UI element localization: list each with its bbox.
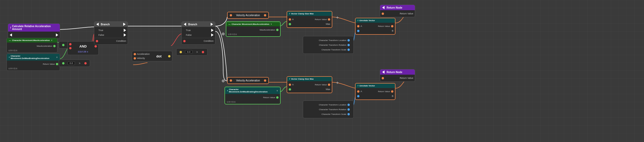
comp3-value[interactable]: 0.0	[185, 50, 192, 54]
char-move-max-subtext-left: 创事件图表	[7, 49, 57, 52]
vclamp-max-pin-top[interactable]	[289, 23, 291, 25]
branch1-title: Branch	[101, 23, 110, 26]
vclamp-max-pin-bottom[interactable]	[289, 88, 291, 91]
char-transform-node-bottom: Character Transform Location Character T…	[303, 100, 354, 118]
max-accel-pin-tr[interactable]	[276, 29, 279, 31]
vclamp-return-pin-bottom[interactable]	[328, 84, 330, 86]
dropdown-tr[interactable]: ∨	[270, 23, 272, 25]
vel-accel-out-top[interactable]	[264, 14, 266, 16]
branch2-exec-in[interactable]	[184, 23, 186, 26]
vclamp-a-pin-top[interactable]	[289, 18, 291, 21]
ct-rotation-label-bottom: Character Transform Rotation	[319, 108, 346, 111]
return-value-label-top: Return Value	[400, 12, 413, 15]
vel-accel-in-top[interactable]	[230, 14, 232, 16]
comp3-out-pin[interactable]	[202, 51, 204, 53]
return-exec-in-top[interactable]	[382, 6, 385, 9]
func-icon-vclamp-bottom: f	[289, 78, 290, 80]
unrotate-return-label-top: Return Value	[378, 25, 390, 27]
branch1-exec-out[interactable]	[123, 23, 126, 26]
ct-rotation-row-top: Character Transform Rotation	[305, 43, 351, 47]
branch2-header: Branch	[182, 22, 215, 27]
unrotate-b-label-top: B	[392, 29, 393, 32]
branch1-true-pin[interactable]	[124, 29, 126, 32]
ct-location-label-bottom: Character Transform Location	[319, 104, 346, 106]
unrotate-return-pin-top[interactable]	[391, 25, 393, 27]
brake-pin-br[interactable]	[276, 96, 279, 99]
ct-location-pin-bottom[interactable]	[347, 104, 350, 106]
unrotate-return-pin-bottom[interactable]	[391, 90, 393, 93]
char-move-max-icon-tr: —	[228, 23, 231, 25]
dot-vel-pin[interactable]	[134, 57, 136, 60]
dot-node: Acceleration Velocity dot	[132, 51, 172, 61]
comp2-out-pin[interactable]	[84, 62, 87, 64]
vector-clamp-node-top: f Vector Clamp Size Max A Return Value M…	[287, 11, 332, 28]
branch2-true-row: True	[182, 28, 215, 33]
return-value-label-bottom: Return Value	[400, 77, 413, 79]
branch2-false-pin[interactable]	[211, 33, 214, 37]
dot-out-pin[interactable]	[168, 55, 170, 57]
branch1-header: Branch	[94, 22, 128, 27]
unrotate-b-pin-bottom[interactable]	[357, 95, 359, 97]
branch2-true-pin[interactable]	[211, 29, 214, 32]
dropdown-brake-br[interactable]: ∨	[276, 90, 278, 92]
svg-point-0	[222, 33, 224, 35]
velocity-accel-node-bottom: Velocity Acceleration	[227, 77, 269, 84]
ct-scale-pin-top[interactable]	[347, 49, 350, 51]
comp2-in-pin[interactable]	[62, 62, 64, 64]
ct-scale-pin-bottom[interactable]	[347, 113, 350, 115]
vel-accel-out-bottom[interactable]	[264, 79, 266, 82]
brake-pin-left[interactable]	[56, 63, 58, 65]
vector-clamp-header-bottom: f Vector Clamp Size Max	[287, 77, 332, 81]
vclamp-return-pin-top[interactable]	[328, 18, 330, 21]
ct-rotation-label-top: Character Transform Rotation	[319, 44, 346, 46]
function-icon: f	[10, 26, 11, 29]
dropdown-brake-left[interactable]: ∨	[56, 56, 58, 58]
exec-out-pin[interactable]	[56, 33, 58, 37]
and-add-pin[interactable]: 添加引脚 ⊕	[69, 50, 97, 53]
return-value-row-top: Return Value	[380, 11, 415, 16]
comp2-row1: 0.0 >	[61, 61, 88, 66]
vclamp-max-row-top: Max	[287, 22, 332, 26]
unrotate-vector-node-bottom: f Unrotate Vector A Return Value B	[355, 83, 395, 100]
vclamp-a-label-top: A	[292, 18, 294, 21]
max-accel-pin-left[interactable]	[53, 45, 56, 47]
branch1-exec-in[interactable]	[96, 23, 99, 26]
vel-accel-title-bottom: Velocity Acceleration	[236, 79, 260, 82]
char-move-max-header-left: — Character Movement.MaxAcceleration ∨	[7, 38, 57, 43]
vel-accel-in-bottom[interactable]	[230, 79, 232, 82]
return-value-row-bottom: Return Value	[380, 76, 415, 80]
branch2-cond-pin[interactable]	[183, 40, 186, 42]
ct-rotation-pin-bottom[interactable]	[347, 108, 350, 111]
branch2-exec-out[interactable]	[211, 23, 213, 26]
branch1-cond-pin[interactable]	[96, 40, 98, 42]
unrotate-b-row-bottom: B	[356, 94, 395, 98]
ct-rotation-pin-top[interactable]	[347, 44, 350, 46]
char-move-max-icon-left: —	[9, 39, 11, 42]
branch1-true-label: True	[98, 29, 124, 32]
calc-relative-node: f Calculate Relative Acceleration Amount	[8, 23, 60, 39]
comp3-in-pin[interactable]	[180, 51, 182, 53]
unrotate-b-pin-top[interactable]	[357, 30, 359, 32]
unrotate-a-pin-bottom[interactable]	[357, 90, 359, 93]
exec-in-pin[interactable]	[10, 33, 12, 37]
vclamp-a-pin-bottom[interactable]	[289, 84, 291, 86]
return-exec-in-bottom[interactable]	[382, 70, 385, 74]
and-in2-pin[interactable]	[69, 47, 72, 49]
divide-symbol-bottom: ÷	[336, 80, 339, 85]
dropdown-icon-left[interactable]: ∨	[51, 39, 52, 42]
and-label: AND	[79, 44, 87, 48]
char-move-max-title-left: Character Movement.MaxAcceleration	[12, 39, 50, 42]
and-in1-pin[interactable]	[69, 43, 72, 45]
branch1-false-pin[interactable]	[124, 33, 126, 37]
branch2-title: Branch	[188, 23, 197, 26]
ct-location-pin-top[interactable]	[347, 39, 350, 42]
comp1-in-pin[interactable]	[62, 44, 64, 46]
vclamp-a-row-bottom: A Return Value	[287, 82, 332, 87]
comp2-value[interactable]: 0.0	[68, 61, 75, 65]
return-value-pin-bottom[interactable]	[382, 77, 384, 79]
dot-accel-pin[interactable]	[134, 53, 136, 55]
unrotate-a-pin-top[interactable]	[357, 25, 359, 27]
and-out-pin[interactable]	[94, 45, 97, 48]
return-value-pin-top[interactable]	[382, 13, 384, 15]
branch1-false-row: False	[94, 33, 128, 37]
